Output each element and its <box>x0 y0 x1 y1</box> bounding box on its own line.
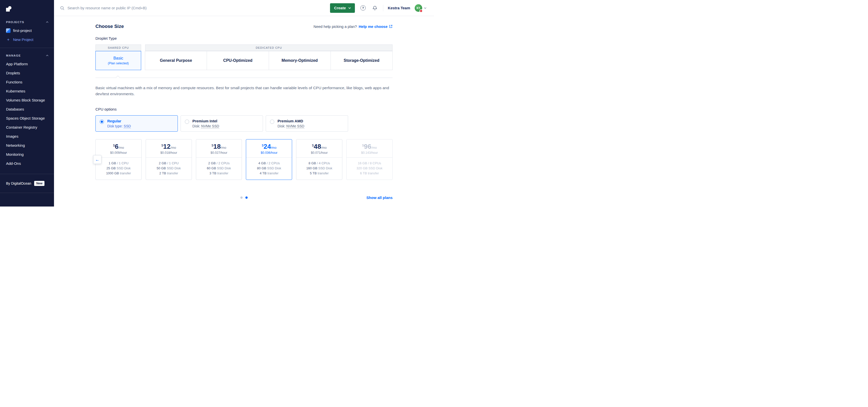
tab-dedicated[interactable]: Storage-Optimized <box>331 51 393 70</box>
tab-dedicated[interactable]: General Purpose <box>145 51 207 70</box>
help-me-choose-link[interactable]: Help me choose <box>359 24 393 29</box>
plan-price: $96/mo $0.143/hour <box>347 139 392 157</box>
memory-cpu-line: 8 GB / 4 CPUs <box>297 161 342 166</box>
dedicated-tabs: General Purpose CPU-Optimized Memory-Opt… <box>145 51 393 70</box>
sidebar-item[interactable]: Spaces Object Storage <box>0 114 54 123</box>
new-project-button[interactable]: + New Project <box>0 35 54 44</box>
disk-type-value[interactable]: NVMe SSD <box>286 124 304 128</box>
disk-line: 160 GB SSD Disk <box>297 166 342 171</box>
hourly-price: $0.009/hour <box>96 151 142 155</box>
price-value: 18 <box>214 143 221 150</box>
cpu-option-sublabel: Disk type: SSD <box>107 124 131 128</box>
tab-dedicated[interactable]: CPU-Optimized <box>207 51 269 70</box>
disk-line: 80 GB SSD Disk <box>246 166 292 171</box>
tab-basic-label: Basic <box>113 56 123 61</box>
manage-section-header[interactable]: MANAGE <box>0 52 54 60</box>
chevron-up-icon <box>46 21 49 23</box>
cpu-option-label: Premium AMD <box>278 119 304 123</box>
transfer-value: 5 TB <box>310 171 317 175</box>
scroll-left-button[interactable]: ← <box>93 155 101 164</box>
projects-header-label: PROJECTS <box>6 21 24 24</box>
transfer-line: 5 TB transfer <box>297 171 342 176</box>
notifications-button[interactable] <box>371 4 378 11</box>
sidebar-item[interactable]: App Platform <box>0 60 54 69</box>
transfer-line: 3 TB transfer <box>196 171 242 176</box>
sidebar-item-label: Add-Ons <box>6 161 21 166</box>
disk-type-value[interactable]: SSD <box>124 124 131 128</box>
cpu-option-label: Premium Intel <box>192 119 219 123</box>
cpu-option-texts: Premium AMD Disk: NVMe SSD <box>278 119 304 128</box>
transfer-line: 6 TB transfer <box>347 171 392 176</box>
sidebar-item-label: Container Registry <box>6 125 37 130</box>
disk-type-prefix: Disk: <box>192 124 200 128</box>
cpu-value: / 1 CPU <box>167 161 179 165</box>
disk-line: 25 GB SSD Disk <box>96 166 142 171</box>
sidebar-item[interactable]: Kubernetes <box>0 87 54 96</box>
sidebar-item-label: Images <box>6 134 18 139</box>
plan-card[interactable]: $48/mo $0.071/hour 8 GB / 4 CPUs 160 GB … <box>296 139 342 180</box>
account-menu[interactable]: KT <box>415 4 427 12</box>
memory-cpu-line: 2 GB / 1 CPU <box>146 161 192 166</box>
search-input[interactable] <box>67 5 326 10</box>
transfer-value: 6 TB <box>360 171 367 175</box>
disk-type: SSD Disk <box>368 166 382 170</box>
disk-value: 80 GB <box>257 166 266 170</box>
plan-card[interactable]: $24/mo $0.036/hour 4 GB / 2 CPUs 80 GB S… <box>246 139 292 180</box>
transfer-value: 4 TB <box>260 171 267 175</box>
create-button[interactable]: Create <box>330 3 355 13</box>
plan-price: $24/mo $0.036/hour <box>246 139 292 157</box>
tab-notch-indicator <box>116 75 120 80</box>
sidebar-item[interactable]: Monitoring <box>0 150 54 159</box>
by-digitalocean-row[interactable]: By DigitalOcean New <box>0 178 54 189</box>
tab-basic[interactable]: Basic (Plan selected) <box>95 51 141 70</box>
sidebar-item[interactable]: Networking <box>0 141 54 150</box>
cpu-option-card[interactable]: Premium AMD Disk: NVMe SSD <box>266 115 348 132</box>
help-icon: ? <box>361 5 366 10</box>
team-name[interactable]: Kestra Team <box>388 6 410 10</box>
sidebar-item[interactable]: Container Registry <box>0 123 54 132</box>
sidebar-item[interactable]: Databases <box>0 105 54 114</box>
price-period: /mo <box>371 146 377 150</box>
projects-section-header[interactable]: PROJECTS <box>0 18 54 26</box>
disk-type-value[interactable]: NVMe SSD <box>201 124 219 128</box>
plan-card[interactable]: $96/mo $0.143/hour 16 GB / 8 CPUs 320 GB… <box>346 139 393 180</box>
disk-line: 320 GB SSD Disk <box>347 166 392 171</box>
sidebar-item-first-project[interactable]: first-project <box>0 26 54 35</box>
radio-icon <box>100 120 104 124</box>
tab-dedicated[interactable]: Memory-Optimized <box>269 51 331 70</box>
plan-cards: $6/mo $0.009/hour 1 GB / 1 CPU 25 GB SSD… <box>95 139 393 180</box>
pagination-dot-active[interactable] <box>245 196 248 199</box>
price-value: 96 <box>364 143 371 150</box>
show-all-plans-link[interactable]: Show all plans <box>366 195 393 200</box>
transfer-value: 3 TB <box>210 171 216 175</box>
plan-card[interactable]: $6/mo $0.009/hour 1 GB / 1 CPU 25 GB SSD… <box>95 139 142 180</box>
search-bar[interactable] <box>60 5 326 10</box>
disk-type: SSD Disk <box>217 166 231 170</box>
sidebar-item[interactable]: Functions <box>0 77 54 87</box>
help-button[interactable]: ? <box>360 4 367 11</box>
cpu-option-card[interactable]: Regular Disk type: SSD <box>95 115 178 132</box>
sidebar-item[interactable]: Images <box>0 132 54 141</box>
plan-card[interactable]: $12/mo $0.018/hour 2 GB / 1 CPU 50 GB SS… <box>146 139 192 180</box>
sidebar-item[interactable]: Volumes Block Storage <box>0 96 54 105</box>
plan-card[interactable]: $18/mo $0.027/hour 2 GB / 2 CPUs 60 GB S… <box>196 139 242 180</box>
disk-value: 160 GB <box>306 166 317 170</box>
choose-size-section: Choose Size Need help picking a plan? He… <box>54 16 434 207</box>
cpu-options: Regular Disk type: SSD Premium Intel <box>95 115 393 132</box>
memory-value: 2 GB <box>159 161 166 165</box>
currency-symbol: $ <box>362 144 364 147</box>
create-button-label: Create <box>334 6 346 10</box>
cpu-option-card[interactable]: Premium Intel Disk: NVMe SSD <box>181 115 263 132</box>
new-badge: New <box>34 181 44 186</box>
sidebar-item[interactable]: Add-Ons <box>0 159 54 168</box>
plan-specs: 2 GB / 2 CPUs 60 GB SSD Disk 3 TB transf… <box>196 157 242 180</box>
tab-underline <box>95 77 393 78</box>
pagination-dot[interactable] <box>240 196 243 199</box>
radio-icon <box>185 120 189 124</box>
plan-description: Basic virtual machines with a mix of mem… <box>95 85 393 97</box>
sidebar-item-label: Databases <box>6 107 24 112</box>
plan-specs: 4 GB / 2 CPUs 80 GB SSD Disk 4 TB transf… <box>246 157 292 180</box>
digitalocean-logo[interactable] <box>6 4 54 12</box>
plan-price: $12/mo $0.018/hour <box>146 139 192 157</box>
sidebar-item[interactable]: Droplets <box>0 69 54 77</box>
